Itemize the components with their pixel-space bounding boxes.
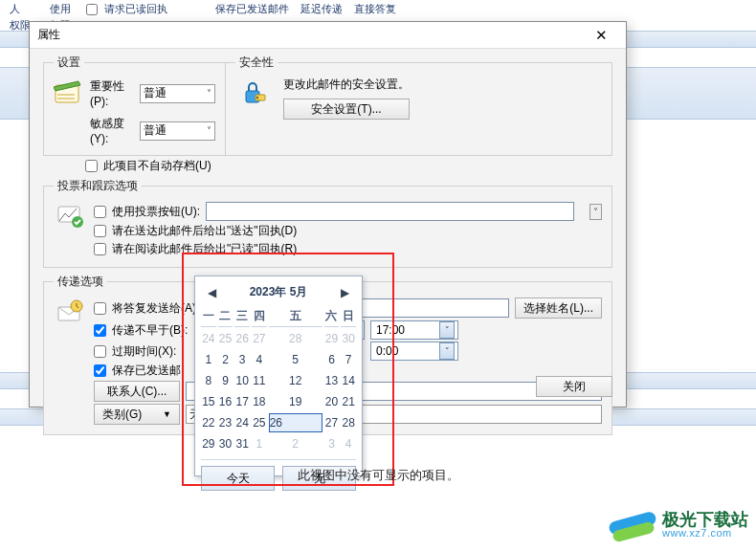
cal-day[interactable]: 23 [218, 413, 233, 432]
cal-day[interactable]: 2 [218, 350, 233, 369]
cal-dow: 一 [201, 306, 216, 327]
chevron-down-icon[interactable]: ˅ [439, 321, 455, 339]
settings-fieldset: 设置 重要性(P): 普通˅ 敏感度(Y): 普通˅ [43, 55, 225, 156]
cal-day[interactable]: 31 [234, 434, 250, 453]
voting-use-checkbox[interactable] [94, 206, 106, 218]
cal-day[interactable]: 8 [201, 371, 216, 390]
footer-brand: 极光下载站 www.xz7.com [609, 503, 748, 545]
notbefore-time-input[interactable]: 17:00˅ [370, 320, 458, 340]
cal-day[interactable]: 1 [252, 434, 267, 453]
cal-day[interactable]: 24 [234, 413, 250, 432]
cal-day[interactable]: 25 [252, 413, 267, 432]
rib-savesent[interactable]: 保存已发送邮件 [211, 2, 293, 16]
cal-day[interactable]: 22 [201, 413, 216, 432]
cal-day[interactable]: 13 [324, 371, 340, 390]
cal-day[interactable]: 24 [201, 329, 216, 348]
security-text: 更改此邮件的安全设置。 [283, 77, 410, 93]
cal-day[interactable]: 9 [218, 371, 233, 390]
properties-icon [54, 77, 84, 111]
cal-day[interactable]: 26 [234, 329, 250, 348]
cal-day[interactable]: 14 [341, 371, 356, 390]
security-fieldset: 安全性 更改此邮件的安全设置。 安全设置(T)... [225, 55, 612, 156]
cal-day[interactable]: 28 [341, 413, 356, 432]
read-receipt-label: 请在阅读此邮件后给出"已读"回执(R) [112, 241, 297, 257]
brand-logo-icon [609, 503, 656, 545]
cal-day[interactable]: 4 [341, 434, 356, 453]
rib-direct[interactable]: 直接答复 [350, 2, 400, 16]
voting-dropdown-icon[interactable]: ˅ [589, 204, 602, 220]
cal-day[interactable]: 15 [201, 392, 216, 411]
security-legend: 安全性 [235, 55, 278, 71]
cal-next-button[interactable]: ▶ [339, 286, 352, 299]
cal-day[interactable]: 30 [341, 329, 356, 348]
cal-day[interactable]: 28 [269, 329, 322, 348]
voting-input[interactable] [206, 202, 574, 221]
cal-day[interactable]: 11 [252, 371, 267, 390]
sensitivity-select[interactable]: 普通˅ [140, 121, 215, 141]
cal-day[interactable]: 16 [218, 392, 233, 411]
expire-time-input[interactable]: 0:00˅ [370, 342, 458, 361]
cal-day[interactable]: 12 [269, 371, 322, 390]
voting-fieldset: 投票和跟踪选项 使用投票按钮(U): ˅ 请在送达此邮件后给出"送达"回执(D)… [43, 178, 612, 268]
cal-day[interactable]: 3 [234, 350, 250, 369]
dialog-title: 属性 [37, 27, 584, 43]
cal-day[interactable]: 26 [269, 413, 322, 432]
cal-day[interactable]: 3 [324, 434, 340, 453]
cal-day[interactable]: 4 [252, 350, 267, 369]
expire-checkbox[interactable] [94, 345, 106, 358]
noautosave-label: 此项目不自动存档(U) [103, 158, 211, 174]
select-names-button[interactable]: 选择姓名(L)... [515, 298, 602, 319]
brand-cn: 极光下载站 [662, 511, 748, 528]
cal-day[interactable]: 29 [324, 329, 340, 348]
cal-dow: 六 [324, 306, 340, 327]
cal-day[interactable]: 6 [324, 350, 340, 369]
rib-readreceipt-label: 请求已读回执 [100, 2, 171, 16]
rib-col1a: 人 [6, 2, 34, 16]
rib-col2a[interactable]: 使用 [46, 2, 75, 16]
svg-point-3 [256, 97, 258, 99]
cal-day[interactable]: 27 [252, 329, 267, 348]
cal-dow: 五 [269, 306, 322, 327]
cal-day[interactable]: 27 [324, 413, 340, 432]
cal-day[interactable]: 5 [269, 350, 322, 369]
savesent-checkbox[interactable] [94, 364, 106, 377]
cal-day[interactable]: 2 [269, 434, 322, 453]
cal-dow: 四 [252, 306, 267, 327]
cal-day[interactable]: 30 [218, 434, 233, 453]
cal-day[interactable]: 21 [341, 392, 356, 411]
cal-day[interactable]: 25 [218, 329, 233, 348]
cal-day[interactable]: 19 [269, 392, 322, 411]
cal-day[interactable]: 29 [201, 434, 216, 453]
cal-day[interactable]: 1 [201, 350, 216, 369]
read-receipt-checkbox[interactable] [94, 243, 106, 255]
delivery-receipt-label: 请在送达此邮件后给出"送达"回执(D) [112, 223, 297, 239]
importance-select[interactable]: 普通˅ [140, 84, 215, 103]
noautosave-checkbox[interactable] [85, 160, 98, 172]
replyto-checkbox[interactable] [94, 302, 106, 315]
no-items-text: 此视图中没有可显示的项目。 [0, 467, 756, 484]
cal-title[interactable]: 2023年 5月 [250, 284, 308, 300]
cal-day[interactable]: 10 [234, 371, 250, 390]
cal-day[interactable]: 18 [252, 392, 267, 411]
close-icon[interactable]: ✕ [584, 24, 618, 47]
delivery-receipt-checkbox[interactable] [94, 225, 106, 237]
contacts-button[interactable]: 联系人(C)... [94, 381, 180, 402]
date-picker-popup: ◀ 2023年 5月 ▶ 一二三四五六日24252627282930123456… [194, 276, 363, 476]
category-button[interactable]: 类别(G)▼ [94, 404, 180, 425]
importance-label: 重要性(P): [90, 78, 134, 108]
cal-day[interactable]: 7 [341, 350, 356, 369]
cal-day[interactable]: 20 [324, 392, 340, 411]
cal-day[interactable]: 17 [234, 392, 250, 411]
security-icon [235, 77, 270, 111]
sensitivity-label: 敏感度(Y): [90, 116, 134, 145]
rib-readreceipt-chk[interactable] [86, 4, 98, 15]
cal-dow: 日 [341, 306, 356, 327]
cal-prev-button[interactable]: ◀ [205, 286, 218, 299]
security-settings-button[interactable]: 安全设置(T)... [283, 99, 410, 120]
chevron-down-icon[interactable]: ˅ [439, 342, 455, 360]
cal-dow: 三 [234, 306, 250, 327]
notbefore-checkbox[interactable] [94, 324, 106, 337]
close-button[interactable]: 关闭 [536, 376, 612, 397]
rib-delay[interactable]: 延迟传递 [297, 2, 346, 16]
voting-icon [54, 200, 88, 234]
